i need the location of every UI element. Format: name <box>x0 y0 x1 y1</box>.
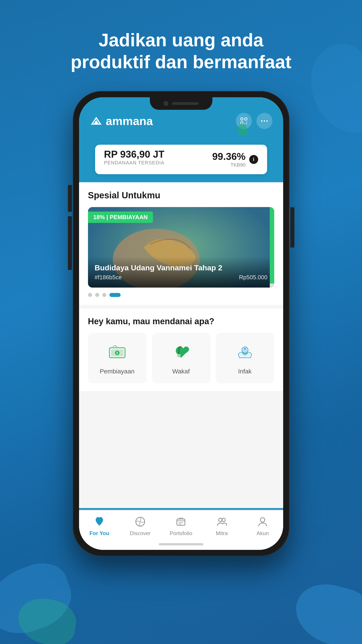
nav-portofolio[interactable]: Portofolio <box>165 515 196 536</box>
akun-icon <box>256 515 269 528</box>
nav-akun-label: Akun <box>257 530 269 536</box>
stat-right: 99.36% TKB90 i <box>212 151 258 168</box>
header-decoration <box>79 138 283 145</box>
invest-card-title: Budidaya Udang Vannamei Tahap 2 <box>95 264 268 272</box>
svg-rect-24 <box>177 519 185 525</box>
stat-percentage: 99.36% <box>212 151 245 162</box>
content-area: Spesial Untukmu <box>79 182 283 508</box>
page-headline: Jadikan uang anda produktif dan bermanfa… <box>58 29 304 73</box>
nav-portofolio-label: Portofolio <box>170 530 192 536</box>
stat-amount-label: PENDANAAN TERSEDIA <box>104 160 165 166</box>
wakaf-icon <box>170 341 192 363</box>
stats-main: RP 936,90 JT PENDANAAN TERSEDIA <box>104 149 165 166</box>
category-section: Hey kamu, mau mendanai apa? $ <box>79 308 283 391</box>
special-section: Spesial Untukmu <box>79 182 283 305</box>
category-pembiayaan[interactable]: $ Pembiayaan <box>88 333 147 383</box>
logo-icon <box>90 116 103 126</box>
category-wakaf-label: Wakaf <box>172 368 189 375</box>
infak-icon <box>234 341 256 363</box>
svg-point-22 <box>244 353 246 356</box>
category-infak-label: Infak <box>238 368 252 375</box>
stats-card: RP 936,90 JT PENDANAAN TERSEDIA 99.36% T… <box>95 145 267 174</box>
dot-2[interactable] <box>95 293 99 297</box>
nav-discover-label: Discover <box>130 530 151 536</box>
svg-rect-2 <box>241 118 243 120</box>
invest-card-id: #f186b5ce <box>95 274 122 281</box>
progress-bar-fill <box>270 207 274 284</box>
pembiayaan-icon: $ <box>106 341 128 363</box>
invest-card-meta: #f186b5ce Rp505.000 <box>95 274 268 281</box>
app-logo: ammana <box>90 114 153 128</box>
svg-point-11 <box>266 120 268 122</box>
stat-amount: RP 936,90 JT <box>104 149 165 160</box>
nav-discover[interactable]: Discover <box>125 515 156 536</box>
phone-frame: ammana <box>73 91 289 556</box>
category-grid: $ Pembiayaan <box>88 333 274 383</box>
dot-4-active[interactable] <box>109 293 121 297</box>
app-name-label: ammana <box>106 114 153 128</box>
special-section-title: Spesial Untukmu <box>88 190 274 200</box>
svg-point-10 <box>264 120 265 122</box>
info-icon[interactable]: i <box>249 155 258 164</box>
stat-percentage-group: 99.36% TKB90 <box>212 151 245 168</box>
notch-camera <box>164 101 168 106</box>
nav-mitra-label: Mitra <box>216 530 228 536</box>
invest-card-overlay: Budidaya Udang Vannamei Tahap 2 #f186b5c… <box>88 257 274 288</box>
dot-1[interactable] <box>88 293 92 297</box>
invest-card-amount: Rp505.000 <box>239 274 267 281</box>
mitra-icon <box>215 515 228 528</box>
more-button[interactable] <box>256 113 272 129</box>
foryou-icon <box>93 515 106 528</box>
svg-text:$: $ <box>116 351 118 355</box>
svg-point-9 <box>261 120 262 122</box>
category-infak[interactable]: Infak <box>216 333 274 383</box>
notch-speaker <box>172 102 199 105</box>
stat-percentage-label: TKB90 <box>212 162 245 168</box>
nav-akun[interactable]: Akun <box>247 515 278 536</box>
svg-point-29 <box>260 518 265 522</box>
carousel-dots <box>88 293 274 297</box>
invest-card[interactable]: 18% | PEMBIAYAAN Budidaya Udang Vannamei… <box>88 207 274 288</box>
dot-3[interactable] <box>102 293 106 297</box>
svg-rect-3 <box>245 118 247 120</box>
phone-notch <box>150 97 212 110</box>
category-question: Hey kamu, mau mendanai apa? <box>88 317 274 326</box>
portofolio-icon <box>174 515 187 528</box>
nav-mitra[interactable]: Mitra <box>206 515 237 536</box>
category-pembiayaan-label: Pembiayaan <box>100 368 135 375</box>
home-indicator <box>79 539 283 550</box>
progress-bar <box>270 207 274 288</box>
nav-for-you-label: For You <box>90 530 109 536</box>
home-bar <box>159 543 203 546</box>
phone-screen: ammana <box>79 97 283 550</box>
category-wakaf[interactable]: Wakaf <box>152 333 210 383</box>
svg-point-18 <box>177 354 181 357</box>
discover-icon <box>134 515 147 528</box>
invest-badge: 18% | PEMBIAYAAN <box>88 212 153 223</box>
nav-for-you[interactable]: For You <box>84 515 115 536</box>
bottom-nav: For You Discover <box>79 510 283 539</box>
nav-highlight-bar <box>79 508 283 510</box>
